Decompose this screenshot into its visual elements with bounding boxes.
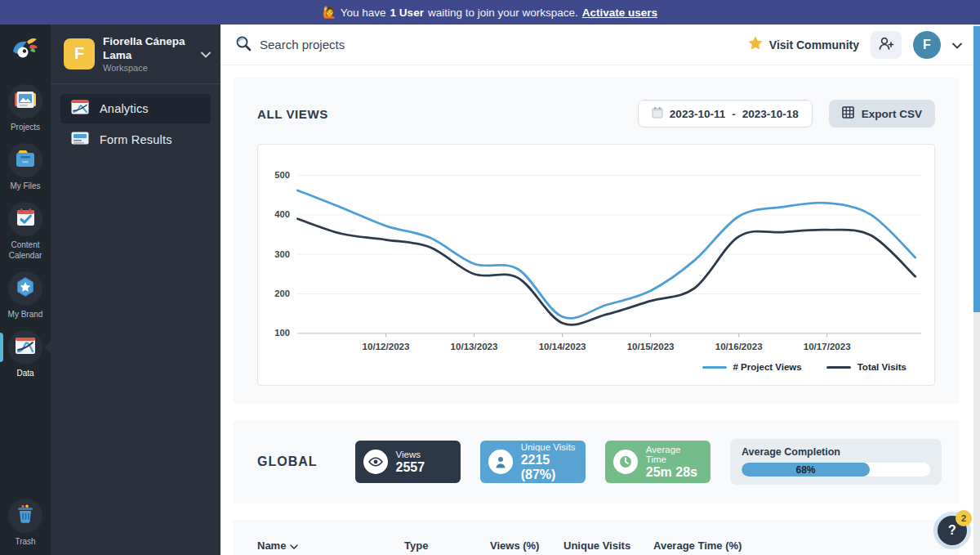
search-input[interactable]: Search projects bbox=[235, 35, 748, 55]
chart-legend: # Project Views Total Visits bbox=[265, 357, 928, 382]
column-header-average-time[interactable]: Average Time (%) bbox=[653, 539, 935, 552]
user-avatar[interactable]: F bbox=[913, 31, 941, 59]
svg-text:100: 100 bbox=[274, 329, 289, 338]
visit-community-link[interactable]: Visit Community bbox=[748, 36, 859, 53]
projects-label: Projects bbox=[11, 122, 40, 132]
form-results-icon bbox=[71, 132, 89, 148]
main-area: Search projects Visit Community bbox=[220, 25, 980, 555]
sidebar-item-trash[interactable]: Trash bbox=[0, 499, 51, 547]
scrollbar-thumb[interactable] bbox=[973, 26, 980, 312]
active-indicator-bar bbox=[0, 333, 3, 362]
column-header-name[interactable]: Name bbox=[257, 539, 404, 552]
my-files-icon bbox=[15, 149, 36, 172]
workspace-avatar: F bbox=[64, 38, 95, 69]
views-stat-card: Views 2557 bbox=[355, 441, 461, 483]
sidebar-item-content-calendar[interactable]: Content Calendar bbox=[0, 202, 51, 261]
date-start: 2023-10-11 bbox=[670, 108, 725, 120]
help-notification-badge: 2 bbox=[956, 510, 972, 526]
analytics-icon bbox=[71, 100, 89, 118]
user-menu-chevron-icon[interactable] bbox=[952, 38, 962, 52]
svg-text:300: 300 bbox=[274, 249, 289, 259]
unique-visits-stat-value: 2215 (87%) bbox=[521, 453, 577, 482]
name-sort-chevron-icon bbox=[290, 539, 298, 552]
activate-users-link[interactable]: Activate users bbox=[582, 7, 657, 19]
menu-item-form-results[interactable]: Form Results bbox=[60, 125, 211, 154]
svg-text:10/17/2023: 10/17/2023 bbox=[804, 342, 851, 351]
total-visits-line-swatch bbox=[826, 366, 851, 369]
content-calendar-icon bbox=[16, 208, 36, 231]
data-icon bbox=[14, 336, 37, 359]
vertical-scrollbar bbox=[973, 25, 980, 555]
average-time-stat-label: Average Time bbox=[646, 445, 702, 464]
table-header-row: Name Type Views (%) Unique Visits Averag… bbox=[257, 539, 935, 552]
global-title: GLOBAL bbox=[257, 454, 318, 469]
sidebar-menu: Analytics Form Results bbox=[51, 84, 220, 166]
legend-total-visits: Total Visits bbox=[826, 362, 906, 372]
data-label: Data bbox=[16, 368, 33, 378]
svg-text:10/15/2023: 10/15/2023 bbox=[627, 342, 675, 351]
person-icon bbox=[488, 450, 513, 474]
column-header-type[interactable]: Type bbox=[404, 539, 490, 552]
help-button[interactable]: ? 2 bbox=[938, 516, 967, 545]
export-csv-label: Export CSV bbox=[862, 108, 922, 120]
average-time-stat-card: Average Time 25m 28s bbox=[605, 441, 710, 483]
views-stat-value: 2557 bbox=[396, 460, 425, 475]
export-csv-button[interactable]: Export CSV bbox=[829, 100, 935, 128]
workspace-name: Fiorella Cánepa Lama bbox=[103, 35, 193, 63]
banner-text-pre: You have bbox=[341, 7, 386, 19]
add-user-button[interactable] bbox=[871, 31, 902, 59]
sidebar-item-projects[interactable]: Projects bbox=[0, 84, 51, 132]
workspace-sidebar: F Fiorella Cánepa Lama Workspace bbox=[51, 25, 220, 555]
calendar-icon bbox=[652, 106, 663, 121]
content-scroll-area: ALL VIEWS 2023-10-11 bbox=[220, 65, 980, 555]
menu-item-analytics[interactable]: Analytics bbox=[60, 94, 211, 123]
average-time-stat-value: 25m 28s bbox=[646, 465, 702, 480]
my-files-label: My Files bbox=[10, 181, 40, 191]
content-calendar-label: Content Calendar bbox=[3, 239, 47, 261]
svg-text:10/12/2023: 10/12/2023 bbox=[363, 342, 410, 351]
completion-progress-track: 68% bbox=[742, 463, 930, 477]
legend-project-views: # Project Views bbox=[702, 362, 802, 372]
eye-icon bbox=[363, 450, 388, 474]
svg-text:10/16/2023: 10/16/2023 bbox=[715, 342, 763, 351]
project-views-line-swatch bbox=[702, 366, 727, 369]
date-end: 2023-10-18 bbox=[742, 108, 799, 120]
date-range-picker[interactable]: 2023-10-11 - 2023-10-18 bbox=[638, 100, 813, 128]
legend-project-views-label: # Project Views bbox=[733, 362, 802, 372]
svg-text:10/14/2023: 10/14/2023 bbox=[539, 342, 586, 351]
views-stat-label: Views bbox=[396, 450, 425, 459]
banner-user-count: 1 User bbox=[390, 7, 424, 19]
banner-text-post: waiting to join your workspace. bbox=[428, 7, 578, 19]
topbar: Search projects Visit Community bbox=[220, 25, 980, 65]
add-user-icon bbox=[878, 36, 894, 53]
search-placeholder: Search projects bbox=[260, 38, 345, 51]
column-header-views[interactable]: Views (%) bbox=[490, 539, 564, 552]
unique-visits-stat-label: Unique Visits bbox=[521, 442, 577, 452]
activation-banner: 🙋 You have 1 User waiting to join your w… bbox=[0, 0, 980, 25]
svg-text:400: 400 bbox=[274, 210, 289, 220]
visit-community-label: Visit Community bbox=[769, 38, 859, 51]
trash-label: Trash bbox=[15, 536, 35, 547]
sidebar-item-my-files[interactable]: My Files bbox=[0, 143, 51, 191]
column-header-unique-visits[interactable]: Unique Visits bbox=[564, 539, 653, 552]
visme-logo-icon[interactable] bbox=[11, 35, 40, 63]
views-line-chart[interactable]: 10020030040050010/12/202310/13/202310/14… bbox=[265, 154, 928, 357]
question-mark-icon: ? bbox=[948, 523, 956, 538]
sidebar-item-my-brand[interactable]: My Brand bbox=[0, 271, 51, 320]
my-brand-icon bbox=[15, 276, 36, 301]
projects-table-section: Name Type Views (%) Unique Visits Averag… bbox=[233, 520, 960, 555]
star-icon bbox=[748, 36, 763, 53]
active-notch bbox=[44, 341, 51, 354]
svg-text:200: 200 bbox=[274, 289, 289, 298]
workspace-subtitle: Workspace bbox=[103, 63, 193, 73]
menu-label-form-results: Form Results bbox=[100, 133, 172, 146]
svg-text:500: 500 bbox=[274, 170, 289, 180]
views-chart-card: 10020030040050010/12/202310/13/202310/14… bbox=[257, 144, 935, 386]
date-separator: - bbox=[732, 108, 736, 120]
average-completion-label: Average Completion bbox=[742, 446, 930, 458]
all-views-title: ALL VIEWS bbox=[257, 107, 328, 121]
global-stats-section: GLOBAL Views 2557 bbox=[233, 420, 960, 504]
unique-visits-stat-card: Unique Visits 2215 (87%) bbox=[480, 441, 586, 483]
sidebar-item-data[interactable]: Data bbox=[0, 330, 51, 378]
workspace-switcher[interactable]: F Fiorella Cánepa Lama Workspace bbox=[51, 25, 220, 84]
